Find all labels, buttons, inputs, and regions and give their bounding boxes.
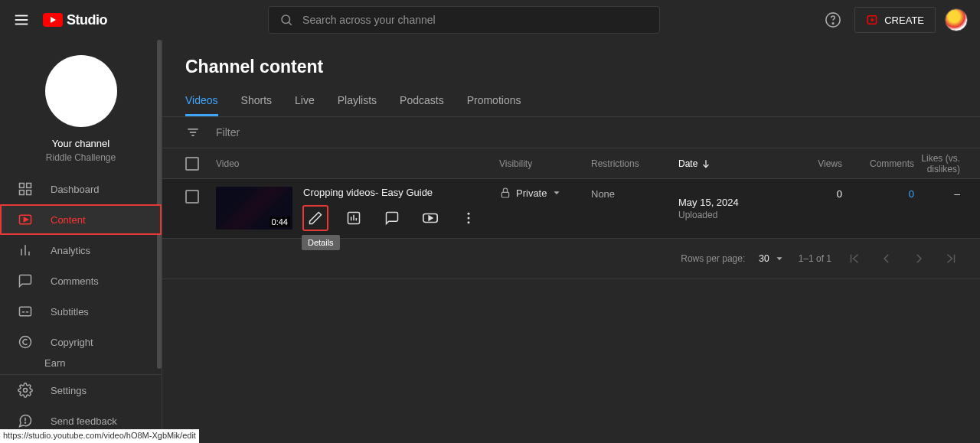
status-bar-url: https://studio.youtube.com/video/hO8M-Xg…	[0, 429, 199, 443]
last-page-button[interactable]	[942, 249, 960, 268]
col-date[interactable]: Date	[678, 158, 778, 169]
tab-playlists[interactable]: Playlists	[338, 94, 377, 116]
filter-input[interactable]	[216, 126, 350, 138]
tab-shorts[interactable]: Shorts	[241, 94, 272, 116]
sidebar-item-settings[interactable]: Settings	[0, 375, 162, 406]
svg-rect-12	[20, 191, 24, 195]
col-restrictions[interactable]: Restrictions	[591, 158, 678, 169]
account-avatar[interactable]	[945, 8, 968, 31]
sidebar-item-analytics[interactable]: Analytics	[0, 235, 162, 265]
lock-icon	[499, 187, 511, 199]
sidebar-item-label: Send feedback	[51, 415, 117, 427]
row-actions: Details	[303, 206, 488, 230]
comments-value[interactable]: 0	[909, 188, 914, 200]
sidebar-item-dashboard[interactable]: Dashboard	[0, 174, 162, 204]
svg-point-22	[20, 337, 31, 348]
prev-page-button[interactable]	[877, 249, 896, 268]
select-all-checkbox[interactable]	[185, 157, 199, 171]
svg-point-6	[833, 23, 834, 24]
svg-point-3	[282, 15, 290, 24]
svg-marker-15	[24, 218, 28, 222]
chevron-down-icon	[774, 253, 785, 264]
views-value: 0	[837, 188, 842, 200]
details-tooltip: Details	[302, 235, 340, 250]
subtitles-icon	[17, 304, 34, 319]
col-comments[interactable]: Comments	[842, 158, 914, 169]
create-icon	[866, 13, 880, 27]
tab-podcasts[interactable]: Podcasts	[400, 94, 444, 116]
comment-icon	[384, 210, 400, 226]
col-likes[interactable]: Likes (vs. dislikes)	[914, 153, 980, 174]
feedback-icon	[17, 413, 34, 428]
svg-rect-10	[20, 184, 24, 188]
date-value: May 15, 2024	[678, 197, 739, 208]
sidebar-item-content[interactable]: Content	[0, 204, 162, 235]
rows-per-page-select[interactable]: 30	[759, 253, 784, 264]
sidebar-item-label: Subtitles	[51, 306, 89, 318]
video-thumbnail[interactable]: 0:44	[216, 187, 292, 230]
details-button[interactable]	[303, 206, 328, 230]
svg-point-25	[25, 422, 26, 423]
col-video[interactable]: Video	[216, 158, 499, 169]
copyright-icon	[17, 334, 34, 350]
col-views[interactable]: Views	[778, 158, 842, 169]
channel-name: Riddle Challenge	[46, 152, 116, 163]
sort-down-icon	[701, 158, 711, 169]
youtube-button[interactable]	[418, 206, 443, 230]
svg-point-37	[468, 217, 470, 220]
main-content: Channel content Videos Shorts Live Playl…	[162, 40, 980, 429]
youtube-play-icon	[43, 13, 63, 27]
comments-button[interactable]	[380, 206, 404, 230]
col-visibility[interactable]: Visibility	[499, 158, 591, 169]
analytics-button[interactable]	[341, 206, 366, 230]
logo-text: Studio	[67, 12, 107, 28]
pencil-icon	[308, 210, 323, 226]
row-checkbox[interactable]	[185, 190, 199, 204]
more-vert-icon	[461, 210, 476, 226]
tab-promotions[interactable]: Promotions	[467, 94, 521, 116]
tab-live[interactable]: Live	[295, 94, 315, 116]
table-row[interactable]: 0:44 Cropping videos- Easy Guide	[162, 179, 980, 239]
sidebar: Your channel Riddle Challenge Dashboard …	[0, 40, 162, 429]
next-page-button[interactable]	[910, 249, 928, 268]
channel-block: Your channel Riddle Challenge	[0, 40, 162, 174]
youtube-studio-logo[interactable]: Studio	[43, 12, 107, 28]
menu-button[interactable]	[12, 11, 31, 29]
sidebar-item-label: Settings	[51, 385, 87, 396]
svg-line-4	[289, 22, 292, 25]
create-button[interactable]: CREATE	[854, 7, 936, 33]
svg-point-36	[468, 213, 470, 215]
search-input[interactable]	[302, 14, 648, 26]
visibility-selector[interactable]: Private	[499, 187, 591, 199]
date-status: Uploaded	[678, 210, 739, 220]
content-icon	[17, 212, 34, 227]
sidebar-item-copyright[interactable]: Copyright	[0, 327, 162, 357]
sidebar-item-earn[interactable]: Earn	[0, 357, 162, 374]
tab-videos[interactable]: Videos	[185, 94, 218, 116]
page-title: Channel content	[162, 40, 980, 77]
content-tabs: Videos Shorts Live Playlists Podcasts Pr…	[162, 77, 980, 117]
sidebar-item-comments[interactable]: Comments	[0, 265, 162, 296]
your-channel-label: Your channel	[52, 138, 109, 149]
rows-per-page-label: Rows per page:	[681, 253, 745, 264]
search-box[interactable]	[268, 6, 660, 34]
sidebar-item-label: Copyright	[51, 337, 93, 348]
sidebar-item-subtitles[interactable]: Subtitles	[0, 296, 162, 327]
restrictions-value: None	[591, 188, 615, 200]
video-duration: 0:44	[270, 217, 290, 227]
analytics-icon	[346, 210, 361, 226]
svg-rect-11	[27, 184, 31, 188]
youtube-icon	[422, 210, 439, 226]
svg-rect-19	[20, 307, 31, 316]
filter-bar	[162, 117, 980, 148]
page-range: 1–1 of 1	[799, 253, 831, 264]
filter-icon[interactable]	[185, 125, 201, 140]
likes-value: –	[954, 187, 960, 200]
more-button[interactable]	[456, 206, 481, 230]
video-title[interactable]: Cropping videos- Easy Guide	[303, 187, 488, 198]
sidebar-item-label: Analytics	[51, 245, 90, 256]
analytics-icon	[17, 243, 34, 258]
channel-avatar[interactable]	[45, 55, 117, 127]
first-page-button[interactable]	[845, 249, 864, 268]
help-button[interactable]	[821, 8, 845, 32]
